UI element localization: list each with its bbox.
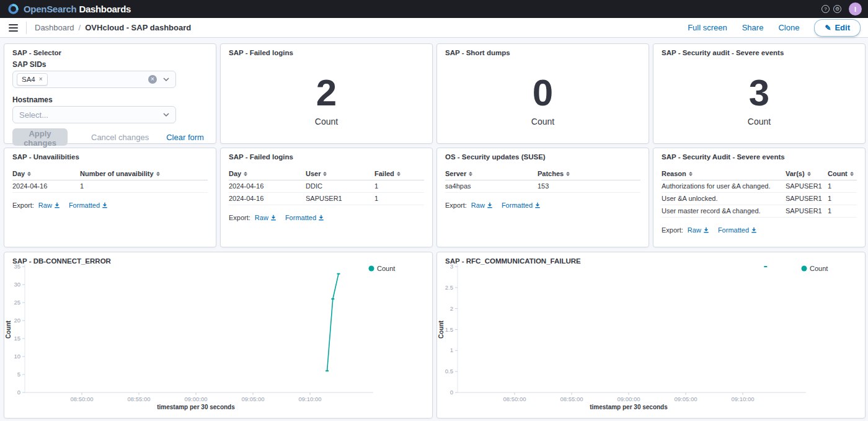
download-icon	[270, 215, 277, 221]
export-formatted-link[interactable]: Formatted	[69, 202, 108, 209]
column-header[interactable]: Count	[828, 169, 857, 180]
panel-title: SAP - DB-CONNECT_ERROR	[12, 257, 111, 265]
table-cell: 1	[80, 180, 208, 193]
svg-text:08:55:00: 08:55:00	[560, 396, 583, 402]
export-formatted-link[interactable]: Formatted	[285, 214, 324, 221]
pencil-icon: ✎	[825, 24, 831, 32]
export-label: Export:	[662, 226, 683, 234]
panel-security-audit-table: SAP - Security Audit - Severe events Rea…	[653, 148, 866, 247]
hostnames-select[interactable]: Select...	[12, 106, 176, 123]
panel-security-updates-table: OS - Security updates (SUSE) Server Patc…	[436, 148, 649, 247]
column-header[interactable]: User	[306, 169, 374, 180]
nav-divider	[26, 22, 27, 34]
hostnames-placeholder: Select...	[17, 110, 48, 120]
breadcrumb-dashboard[interactable]: Dashboard	[35, 23, 74, 32]
sort-icon	[689, 172, 693, 176]
panel-title: OS - Security updates (SUSE)	[445, 153, 640, 161]
svg-text:25: 25	[14, 299, 20, 306]
svg-text:0: 0	[17, 389, 20, 396]
product-title: OpenSearchDashboards	[24, 4, 131, 14]
panel-title: SAP - Unavailibities	[12, 153, 208, 161]
apply-changes-button[interactable]: Apply changes	[12, 128, 68, 146]
sid-tag[interactable]: SA4 ×	[17, 73, 48, 86]
sort-icon	[469, 172, 472, 176]
cancel-changes-button[interactable]: Cancel changes	[91, 133, 149, 142]
panel-sap-selector: SAP - Selector SAP SIDs SA4 × × Hostname…	[4, 43, 216, 144]
svg-text:09:00:00: 09:00:00	[618, 396, 640, 402]
export-label: Export:	[229, 214, 250, 221]
table-cell: sa4hpas	[445, 180, 538, 193]
panel-title: SAP - RFC_COMMUNICATION_FAILURE	[445, 257, 581, 265]
download-icon	[487, 202, 493, 208]
export-raw-link[interactable]: Raw	[38, 202, 60, 209]
svg-text:5: 5	[17, 371, 20, 378]
edit-button[interactable]: ✎ Edit	[814, 19, 861, 37]
svg-text:08:55:00: 08:55:00	[128, 396, 151, 402]
full-screen-button[interactable]: Full screen	[688, 23, 727, 32]
chevron-down-icon[interactable]	[162, 111, 170, 118]
column-header[interactable]: Patches	[538, 169, 640, 180]
column-header[interactable]: Number of unavaibility	[80, 169, 208, 180]
column-header[interactable]: Server	[445, 169, 538, 180]
table-cell: SAPUSER1	[786, 180, 828, 193]
dashboard-grid: SAP - Selector SAP SIDs SA4 × × Hostname…	[0, 38, 868, 421]
export-label: Export:	[12, 202, 34, 209]
column-header[interactable]: Day	[229, 169, 306, 180]
svg-text:09:10:00: 09:10:00	[299, 396, 322, 402]
clear-selection-icon[interactable]: ×	[148, 75, 157, 84]
rfc-communication-failure-line-chart: 00.511.522.5308:50:0008:55:0009:00:0009:…	[437, 252, 865, 418]
panel-title: SAP - Failed logins	[229, 153, 424, 161]
column-header[interactable]: Failed	[374, 169, 424, 180]
sort-icon	[156, 172, 160, 176]
table-cell: Authorizations for user &A changed.	[662, 180, 786, 193]
chevron-down-icon[interactable]	[162, 76, 170, 83]
table-cell: 1	[828, 205, 857, 218]
svg-text:09:10:00: 09:10:00	[732, 396, 755, 402]
metric-label: Count	[748, 117, 771, 126]
column-header[interactable]: Var(s)	[786, 169, 828, 180]
clone-button[interactable]: Clone	[778, 23, 799, 32]
table-cell: SAPUSER1	[786, 193, 828, 205]
download-icon	[102, 202, 108, 208]
svg-text:10: 10	[14, 353, 20, 360]
export-formatted-link[interactable]: Formatted	[502, 202, 541, 209]
export-formatted-link[interactable]: Formatted	[718, 226, 757, 234]
settings-icon[interactable]: ⚙	[833, 5, 841, 13]
panel-failed-logins-metric: SAP - Failed logins 2 Count	[220, 43, 433, 144]
export-raw-link[interactable]: Raw	[255, 214, 277, 221]
breadcrumb-separator: /	[79, 23, 81, 32]
remove-sid-icon[interactable]: ×	[39, 75, 43, 84]
svg-text:1: 1	[450, 347, 453, 353]
export-raw-link[interactable]: Raw	[688, 226, 709, 234]
panel-title: SAP - Security Audit - Severe events	[662, 153, 857, 161]
export-raw-link[interactable]: Raw	[471, 202, 493, 209]
clear-form-button[interactable]: Clear form	[166, 133, 204, 142]
share-button[interactable]: Share	[742, 23, 764, 32]
metric-label: Count	[531, 117, 554, 126]
sort-icon	[397, 172, 401, 176]
table-cell: 2024-04-16	[12, 180, 80, 193]
svg-text:Count: Count	[810, 265, 828, 272]
panel-unavailibities-table: SAP - Unavailibities Day Number of unava…	[4, 148, 216, 247]
svg-text:timestamp per 30 seconds: timestamp per 30 seconds	[590, 404, 668, 410]
metric-value: 3	[749, 74, 769, 112]
panel-short-dumps-metric: SAP - Short dumps 0 Count	[436, 43, 649, 144]
sort-icon	[566, 172, 570, 176]
column-header[interactable]: Reason	[662, 169, 786, 180]
menu-icon[interactable]	[7, 23, 19, 33]
download-icon	[703, 227, 709, 233]
sap-sids-combobox[interactable]: SA4 × ×	[12, 71, 176, 88]
metric-label: Count	[315, 117, 338, 126]
svg-text:Count: Count	[438, 320, 445, 339]
opensearch-logo[interactable]: OpenSearchDashboards	[7, 3, 131, 15]
sort-icon	[244, 172, 247, 176]
svg-text:20: 20	[14, 317, 20, 324]
column-header[interactable]: Day	[12, 169, 80, 180]
table-cell: SAPUSER1	[306, 193, 374, 205]
help-icon[interactable]: ?	[822, 5, 830, 13]
table-cell: SAPUSER1	[786, 205, 828, 218]
download-icon	[751, 227, 757, 233]
download-icon	[534, 202, 541, 208]
user-avatar[interactable]: I	[849, 2, 862, 16]
breadcrumb-current: OVHcloud - SAP dashboard	[85, 23, 191, 32]
